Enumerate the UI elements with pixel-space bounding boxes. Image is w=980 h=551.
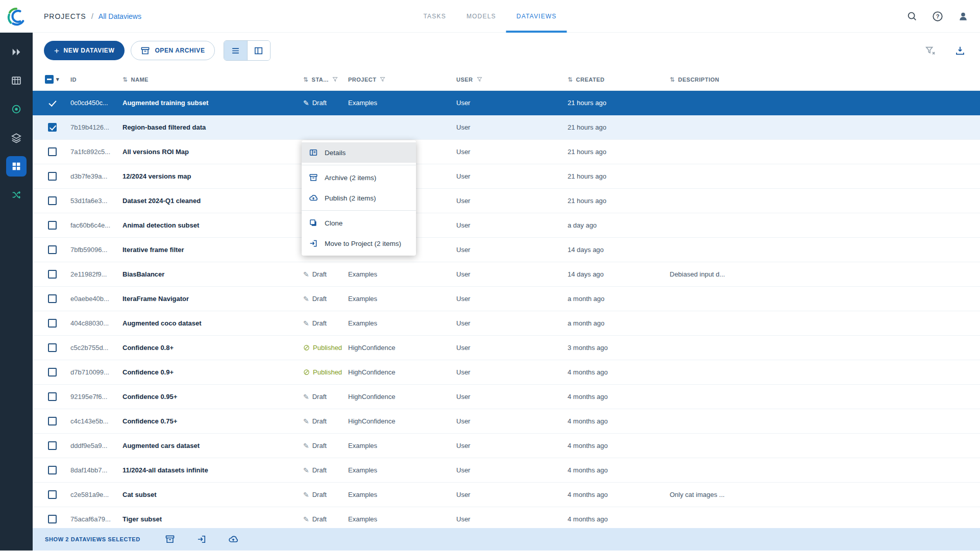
split-view-icon[interactable]: [247, 41, 270, 60]
table-row[interactable]: c4c143e5b...Confidence 0.75+✎DraftHighCo…: [33, 409, 980, 434]
row-select-cell: [38, 441, 66, 450]
row-checkbox[interactable]: [48, 294, 57, 303]
table-row[interactable]: e0aebe40b...IteraFrame Navigator✎DraftEx…: [33, 287, 980, 311]
tab-models[interactable]: MODELS: [456, 0, 506, 33]
row-checkbox[interactable]: [48, 392, 57, 401]
search-icon[interactable]: [906, 11, 918, 22]
sidebar-item-annotations[interactable]: [6, 99, 27, 119]
avatar-icon[interactable]: [958, 11, 969, 22]
nav-pipelines-icon: [11, 189, 22, 201]
download-icon[interactable]: [954, 45, 966, 56]
sort-icon[interactable]: ⇅: [303, 76, 309, 83]
row-checkbox[interactable]: [48, 98, 57, 107]
selection-count-label[interactable]: SHOW 2 DATAVIEWS SELECTED: [45, 536, 140, 542]
row-checkbox[interactable]: [48, 515, 57, 523]
menu-item-clone[interactable]: Clone: [302, 213, 416, 233]
new-dataview-button[interactable]: + NEW DATAVIEW: [44, 41, 125, 60]
cell-id: d3b7fe39a...: [66, 172, 122, 180]
row-checkbox[interactable]: [48, 147, 57, 156]
column-header-created[interactable]: ⇅CREATED: [568, 76, 670, 83]
archive-icon: [309, 173, 318, 182]
row-checkbox[interactable]: [48, 123, 57, 132]
tab-dataviews[interactable]: DATAVIEWS: [506, 0, 567, 33]
breadcrumb-projects[interactable]: PROJECTS: [44, 12, 86, 20]
sidebar-item-experiments[interactable]: [6, 128, 27, 148]
column-header-project[interactable]: PROJECT: [348, 76, 456, 83]
table-row[interactable]: d7b710099...Confidence 0.9+PublishedHigh…: [33, 360, 980, 385]
row-checkbox[interactable]: [48, 196, 57, 205]
menu-item-move-to-project-2-items[interactable]: Move to Project (2 items): [302, 233, 416, 254]
footer-move-icon[interactable]: [197, 534, 207, 544]
footer-actions: [165, 534, 238, 544]
row-checkbox[interactable]: [48, 270, 57, 279]
row-checkbox[interactable]: [48, 221, 57, 230]
table-row[interactable]: 8daf14bb7...11/2024-all datasets infinit…: [33, 458, 980, 483]
row-checkbox[interactable]: [48, 172, 57, 181]
table-row[interactable]: 7a1fc892c5...All versions ROI MapUser21 …: [33, 140, 980, 164]
menu-item-label: Clone: [325, 219, 342, 227]
table-row[interactable]: 53d1fa6e3...Dataset 2024-Q1 cleanedUser2…: [33, 189, 980, 213]
table-row[interactable]: fac60b6c4e...Animal detection subset✎Dra…: [33, 213, 980, 238]
table-row[interactable]: 2e11982f9...BiasBalancer✎DraftExamplesUs…: [33, 262, 980, 287]
table-row[interactable]: 7bfb59096...Iterative frame filter✎Draft…: [33, 238, 980, 262]
sidebar-item-projects[interactable]: [6, 42, 27, 62]
table-row[interactable]: 7b19b4126...Region-based filtered dataUs…: [33, 115, 980, 140]
table-row[interactable]: d3b7fe39a...12/2024 versions mapUser21 h…: [33, 164, 980, 189]
filter-icon[interactable]: [476, 76, 483, 83]
row-checkbox[interactable]: [48, 490, 57, 499]
column-header-id[interactable]: ID: [66, 77, 122, 83]
menu-item-archive-2-items[interactable]: Archive (2 items): [302, 167, 416, 188]
table-row[interactable]: 404c88030...Augmented coco dataset✎Draft…: [33, 311, 980, 336]
cell-user: User: [456, 172, 568, 180]
cell-status: ✎Draft: [303, 319, 348, 327]
draft-icon: ✎: [303, 295, 309, 303]
row-checkbox[interactable]: [48, 441, 57, 450]
cell-user: User: [456, 123, 568, 131]
row-select-cell: [38, 221, 66, 230]
sort-icon[interactable]: ⇅: [670, 76, 675, 83]
sidebar-item-datasets[interactable]: [6, 70, 27, 91]
cell-created: a month ago: [568, 319, 670, 327]
table-view-icon[interactable]: [224, 41, 247, 60]
open-archive-button[interactable]: OPEN ARCHIVE: [131, 41, 214, 60]
menu-item-details[interactable]: Details: [302, 142, 416, 163]
cell-name: IteraFrame Navigator: [122, 295, 303, 303]
sort-icon[interactable]: ⇅: [122, 76, 128, 83]
cell-project: Examples: [348, 99, 456, 107]
help-icon[interactable]: ?: [932, 11, 943, 22]
cell-description: Debiased input d...: [670, 270, 980, 278]
row-checkbox[interactable]: [48, 245, 57, 254]
row-checkbox[interactable]: [48, 417, 57, 425]
table-row[interactable]: c5c2b755d...Confidence 0.8+PublishedHigh…: [33, 336, 980, 360]
row-checkbox[interactable]: [48, 368, 57, 377]
app-logo[interactable]: [0, 0, 33, 33]
filter-icon[interactable]: [379, 76, 386, 83]
row-checkbox[interactable]: [48, 319, 57, 328]
filter-reset-icon[interactable]: [925, 45, 936, 56]
select-all-checkbox[interactable]: [45, 75, 54, 84]
column-header-desc[interactable]: ⇅DESCRIPTION: [670, 76, 980, 83]
tab-tasks[interactable]: TASKS: [413, 0, 456, 33]
select-dropdown-caret-icon[interactable]: ▾: [56, 76, 59, 83]
row-checkbox[interactable]: [48, 343, 57, 352]
table-row[interactable]: 92195e7f6...Confidence 0.95+✎DraftHighCo…: [33, 385, 980, 409]
nav-annotations-icon: [11, 104, 22, 115]
sidebar-item-dataviews[interactable]: [6, 156, 27, 177]
table-row[interactable]: dddf9e5a9...Augmented cars dataset✎Draft…: [33, 434, 980, 458]
table-row[interactable]: 0c0cd450c...Augmented training subset✎Dr…: [33, 91, 980, 115]
sort-icon[interactable]: ⇅: [568, 76, 573, 83]
menu-item-publish-2-items[interactable]: Publish (2 items): [302, 188, 416, 208]
column-header-user[interactable]: USER: [456, 76, 568, 83]
table-row[interactable]: c2e581a9e...Cat subset✎DraftExamplesUser…: [33, 483, 980, 507]
sidebar-item-pipelines[interactable]: [6, 185, 27, 205]
footer-publish-icon[interactable]: [228, 534, 238, 544]
filter-icon[interactable]: [332, 76, 338, 83]
column-header-name[interactable]: ⇅NAME: [122, 76, 303, 83]
breadcrumb-current[interactable]: All Dataviews: [99, 12, 141, 20]
footer-archive-icon[interactable]: [165, 534, 175, 544]
cell-id: 0c0cd450c...: [66, 99, 122, 107]
column-header-status[interactable]: ⇅STA...: [303, 76, 348, 83]
row-checkbox[interactable]: [48, 466, 57, 474]
menu-item-label: Archive (2 items): [325, 174, 376, 182]
cell-user: User: [456, 99, 568, 107]
